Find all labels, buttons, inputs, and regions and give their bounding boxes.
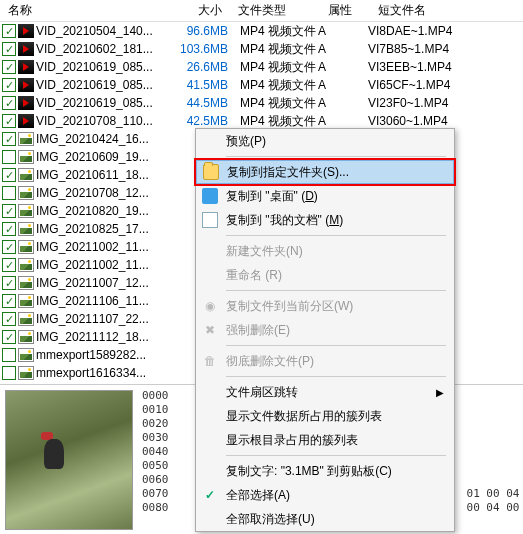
- file-name: IMG_20211007_12...: [36, 276, 168, 290]
- file-name: VID_20210708_110...: [36, 114, 168, 128]
- column-header[interactable]: 名称 大小 文件类型 属性 短文件名: [0, 0, 523, 22]
- image-icon: [18, 222, 34, 236]
- file-name: IMG_20211112_18...: [36, 330, 168, 344]
- delete-icon: ✖: [202, 322, 218, 338]
- checkbox[interactable]: [2, 330, 16, 344]
- file-type: MP4 视频文件: [228, 95, 318, 112]
- video-icon: [18, 114, 34, 128]
- image-icon: [18, 276, 34, 290]
- separator: [226, 345, 446, 346]
- menu-copy-partition[interactable]: ◉ 复制文件到当前分区(W): [196, 294, 454, 318]
- file-name: IMG_20210611_18...: [36, 168, 168, 182]
- checkbox[interactable]: [2, 258, 16, 272]
- documents-icon: [202, 212, 218, 228]
- file-name: IMG_20211107_22...: [36, 312, 168, 326]
- file-attr: A: [318, 24, 368, 38]
- file-attr: A: [318, 60, 368, 74]
- checkbox[interactable]: [2, 348, 16, 362]
- file-row[interactable]: VID_20210619_085...26.6MBMP4 视频文件AVI3EEB…: [0, 58, 523, 76]
- file-name: VID_20210619_085...: [36, 60, 168, 74]
- file-attr: A: [318, 96, 368, 110]
- col-size[interactable]: 大小: [170, 0, 230, 21]
- checkbox[interactable]: [2, 114, 16, 128]
- file-size: 26.6MB: [168, 60, 228, 74]
- file-name: IMG_20211106_11...: [36, 294, 168, 308]
- file-shortname: VI8DAE~1.MP4: [368, 24, 488, 38]
- file-type: MP4 视频文件: [228, 23, 318, 40]
- menu-deselect-all[interactable]: 全部取消选择(U): [196, 507, 454, 531]
- col-type[interactable]: 文件类型: [230, 0, 320, 21]
- image-icon: [18, 294, 34, 308]
- menu-full-delete[interactable]: 🗑 彻底删除文件(P): [196, 349, 454, 373]
- menu-show-root-clusters[interactable]: 显示根目录占用的簇列表: [196, 428, 454, 452]
- col-name[interactable]: 名称: [0, 0, 170, 21]
- file-size: 42.5MB: [168, 114, 228, 128]
- file-size: 103.6MB: [168, 42, 228, 56]
- file-name: VID_20210504_140...: [36, 24, 168, 38]
- menu-copy-text[interactable]: 复制文字: "3.1MB" 到剪贴板(C): [196, 459, 454, 483]
- checkbox[interactable]: [2, 204, 16, 218]
- checkbox[interactable]: [2, 42, 16, 56]
- file-row[interactable]: VID_20210619_085...41.5MBMP4 视频文件AVI65CF…: [0, 76, 523, 94]
- separator: [226, 376, 446, 377]
- checkbox[interactable]: [2, 78, 16, 92]
- image-icon: [18, 366, 34, 380]
- menu-copy-to-desktop[interactable]: 复制到 "桌面" (D): [196, 184, 454, 208]
- image-icon: [18, 168, 34, 182]
- menu-select-all[interactable]: ✓ 全部选择(A): [196, 483, 454, 507]
- menu-force-delete[interactable]: ✖ 强制删除(E): [196, 318, 454, 342]
- checkbox[interactable]: [2, 366, 16, 380]
- menu-copy-to-docs[interactable]: 复制到 "我的文档" (M): [196, 208, 454, 232]
- separator: [226, 156, 446, 157]
- image-icon: [18, 330, 34, 344]
- checkbox[interactable]: [2, 150, 16, 164]
- checkbox[interactable]: [2, 60, 16, 74]
- file-name: mmexport1616334...: [36, 366, 168, 380]
- image-icon: [18, 348, 34, 362]
- file-shortname: VI3EEB~1.MP4: [368, 60, 488, 74]
- file-row[interactable]: VID_20210602_181...103.6MBMP4 视频文件AVI7B8…: [0, 40, 523, 58]
- desktop-icon: [202, 188, 218, 204]
- file-row[interactable]: VID_20210619_085...44.5MBMP4 视频文件AVI23F0…: [0, 94, 523, 112]
- checkbox[interactable]: [2, 186, 16, 200]
- menu-rename[interactable]: 重命名 (R): [196, 263, 454, 287]
- file-shortname: VI3060~1.MP4: [368, 114, 488, 128]
- file-name: IMG_20211002_11...: [36, 240, 168, 254]
- checkbox[interactable]: [2, 294, 16, 308]
- col-attr[interactable]: 属性: [320, 0, 370, 21]
- menu-preview[interactable]: 预览(P): [196, 129, 454, 153]
- menu-copy-to-folder[interactable]: 复制到指定文件夹(S)...: [196, 160, 454, 184]
- checkbox[interactable]: [2, 312, 16, 326]
- checkbox[interactable]: [2, 240, 16, 254]
- menu-new-folder[interactable]: 新建文件夹(N): [196, 239, 454, 263]
- file-type: MP4 视频文件: [228, 113, 318, 130]
- checkbox[interactable]: [2, 96, 16, 110]
- video-icon: [18, 96, 34, 110]
- image-icon: [18, 204, 34, 218]
- globe-icon: ◉: [202, 298, 218, 314]
- video-icon: [18, 24, 34, 38]
- checkbox[interactable]: [2, 222, 16, 236]
- menu-show-clusters[interactable]: 显示文件数据所占用的簇列表: [196, 404, 454, 428]
- submenu-arrow-icon: ▶: [436, 387, 444, 398]
- file-attr: A: [318, 42, 368, 56]
- checkbox[interactable]: [2, 276, 16, 290]
- checkbox[interactable]: [2, 168, 16, 182]
- video-icon: [18, 60, 34, 74]
- file-shortname: VI23F0~1.MP4: [368, 96, 488, 110]
- file-name: IMG_20210609_19...: [36, 150, 168, 164]
- image-icon: [18, 132, 34, 146]
- menu-jump-sector[interactable]: 文件扇区跳转 ▶: [196, 380, 454, 404]
- checkbox[interactable]: [2, 24, 16, 38]
- file-name: mmexport1589282...: [36, 348, 168, 362]
- image-icon: [18, 150, 34, 164]
- col-short[interactable]: 短文件名: [370, 0, 490, 21]
- file-name: VID_20210602_181...: [36, 42, 168, 56]
- video-icon: [18, 78, 34, 92]
- file-row[interactable]: VID_20210504_140...96.6MBMP4 视频文件AVI8DAE…: [0, 22, 523, 40]
- video-icon: [18, 42, 34, 56]
- trash-icon: 🗑: [202, 353, 218, 369]
- file-size: 44.5MB: [168, 96, 228, 110]
- image-icon: [18, 186, 34, 200]
- checkbox[interactable]: [2, 132, 16, 146]
